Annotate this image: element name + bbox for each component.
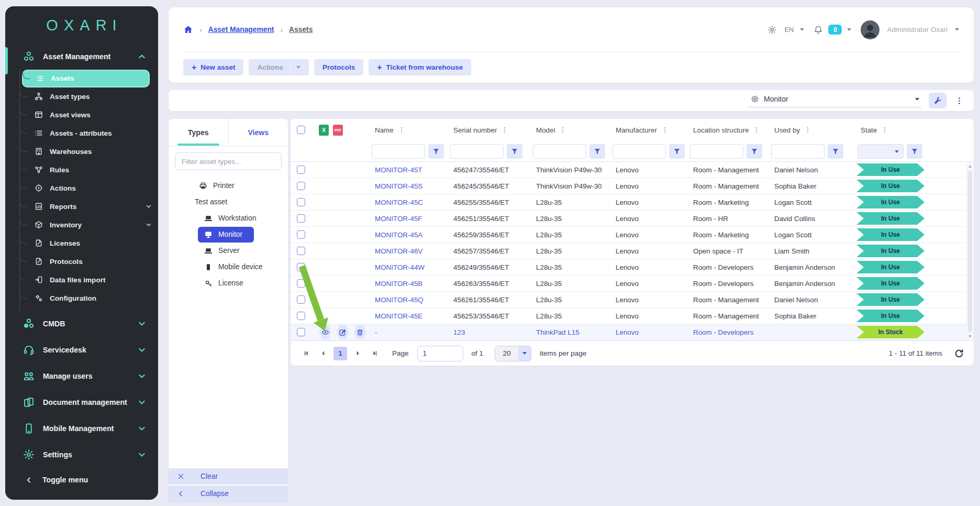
tree-item-workstation[interactable]: Workstation xyxy=(169,210,288,226)
delete-button[interactable] xyxy=(354,325,366,339)
sidebar-item-data-files-import[interactable]: Data files import xyxy=(20,271,153,289)
sidebar-item-configuration[interactable]: Configuration xyxy=(20,289,153,307)
sidebar-item-rules[interactable]: Rules xyxy=(20,161,153,179)
table-row[interactable]: MONITOR-45S456245/35546/ETThinkVision P4… xyxy=(291,178,974,194)
asset-type-select[interactable]: Monitor xyxy=(749,94,921,107)
table-row[interactable]: -123ThinkPad L15LenovoRoom - DevelopersI… xyxy=(291,324,974,340)
table-row[interactable]: MONITOR-45E456253/35546/ETL28u-35LenovoR… xyxy=(291,308,974,324)
vertical-scrollbar[interactable] xyxy=(966,162,973,340)
asset-name-link[interactable]: MONITOR-45E xyxy=(375,312,422,320)
sidebar-item-asset-types[interactable]: Asset types xyxy=(20,87,153,106)
tree-item-server[interactable]: Server xyxy=(169,243,288,259)
filter-funnel-button[interactable] xyxy=(669,144,685,159)
asset-name-link[interactable]: MONITOR-45Q xyxy=(375,296,424,304)
sidebar-item-reports[interactable]: Reports xyxy=(20,197,153,216)
asset-name-link[interactable]: MONITOR-44W xyxy=(375,263,425,271)
actions-button[interactable]: Actions xyxy=(249,59,309,75)
row-checkbox[interactable] xyxy=(297,328,305,336)
row-checkbox[interactable] xyxy=(297,295,305,304)
new-asset-button[interactable]: +New asset xyxy=(183,59,243,75)
sidebar-item-warehouses[interactable]: Warehouses xyxy=(20,142,153,161)
prev-page-button[interactable] xyxy=(317,347,329,360)
asset-name-link[interactable]: MONITOR-45B xyxy=(375,280,422,288)
row-checkbox[interactable] xyxy=(297,247,305,255)
avatar[interactable] xyxy=(861,20,879,39)
asset-name-link[interactable]: MONITOR-45A xyxy=(375,231,422,239)
sidebar-group-servicedesk[interactable]: Servicedesk xyxy=(5,337,158,363)
home-icon[interactable] xyxy=(183,25,193,35)
gear-icon[interactable] xyxy=(767,25,777,35)
filter-funnel-button[interactable] xyxy=(589,144,605,159)
next-page-button[interactable] xyxy=(351,347,364,360)
chevron-down-icon[interactable] xyxy=(847,28,851,31)
row-checkbox[interactable] xyxy=(297,279,305,288)
pdf-export-icon[interactable]: PDF xyxy=(333,125,343,136)
clear-button[interactable]: Clear xyxy=(169,467,288,485)
table-row[interactable]: MONITOR-44W456249/35546/ETL28u-35LenovoR… xyxy=(291,259,974,276)
row-checkbox[interactable] xyxy=(297,166,305,174)
filter-input-model[interactable] xyxy=(533,144,586,159)
current-page-button[interactable]: 1 xyxy=(333,347,347,360)
sidebar-item-actions[interactable]: Actions xyxy=(20,179,153,197)
language-selector[interactable]: EN xyxy=(784,26,794,34)
select-all-checkbox[interactable] xyxy=(297,126,305,134)
sidebar-item-protocols[interactable]: Protocols xyxy=(20,252,153,271)
filter-funnel-button[interactable] xyxy=(907,144,922,159)
sidebar-group-settings[interactable]: Settings xyxy=(5,442,158,468)
scroll-down-arrow[interactable] xyxy=(968,335,972,338)
view-button[interactable] xyxy=(319,325,331,339)
tree-item-mobile-device[interactable]: Mobile device xyxy=(169,259,288,275)
last-page-button[interactable] xyxy=(368,347,381,360)
table-row[interactable]: MONITOR-45C456255/35546/ETL28u-35LenovoR… xyxy=(291,194,974,211)
filter-input-location-structure[interactable] xyxy=(690,144,743,159)
toggle-menu-button[interactable]: Toggle menu xyxy=(5,468,158,500)
asset-name-link[interactable]: MONITOR-45S xyxy=(375,182,422,190)
filter-funnel-button[interactable] xyxy=(747,144,762,159)
sidebar-item-inventory[interactable]: Inventory xyxy=(20,216,153,234)
excel-export-icon[interactable]: X xyxy=(319,125,329,136)
more-options-button[interactable] xyxy=(954,96,964,105)
tab-views[interactable]: Views xyxy=(229,119,288,146)
row-checkbox[interactable] xyxy=(297,198,305,206)
collapse-button[interactable]: Collapse xyxy=(169,485,288,502)
items-per-page-select[interactable]: 20 xyxy=(495,346,531,361)
filter-input-manufacturer[interactable] xyxy=(612,144,666,159)
filter-funnel-button[interactable] xyxy=(828,144,843,159)
asset-name-link[interactable]: MONITOR-45T xyxy=(375,166,422,174)
sidebar-item-licenses[interactable]: Licenses xyxy=(20,234,153,252)
asset-name-link[interactable]: MONITOR-45F xyxy=(375,215,422,223)
filter-funnel-button[interactable] xyxy=(507,144,522,159)
chevron-down-icon[interactable] xyxy=(800,28,804,31)
table-row[interactable]: MONITOR-46V456257/35546/ETL28u-35LenovoO… xyxy=(291,243,974,259)
row-checkbox[interactable] xyxy=(297,263,305,271)
protocols-button[interactable]: Protocols xyxy=(314,59,363,75)
scrollbar-thumb[interactable] xyxy=(968,171,972,332)
asset-name-link[interactable]: MONITOR-45C xyxy=(375,199,423,206)
page-number-input[interactable] xyxy=(417,346,463,361)
sidebar-item-asset-views[interactable]: Asset views xyxy=(20,106,153,124)
notification-badge[interactable]: 0 xyxy=(828,25,842,35)
table-row[interactable]: MONITOR-45T456247/35546/ETThinkVision P4… xyxy=(291,162,974,178)
sidebar-group-manage-users[interactable]: Manage users xyxy=(5,363,158,389)
refresh-icon[interactable] xyxy=(954,348,964,359)
tree-item-test-asset[interactable]: Test asset xyxy=(169,194,288,210)
state-filter-dropdown[interactable] xyxy=(858,144,904,159)
sidebar-group-cmdb[interactable]: CMDB xyxy=(5,311,158,337)
sidebar-item-assets-attributes[interactable]: Assets - attributes xyxy=(20,124,153,142)
breadcrumb-asset-management[interactable]: Asset Management xyxy=(208,26,274,34)
bell-icon[interactable] xyxy=(814,25,823,35)
table-row[interactable]: MONITOR-45F456251/35546/ETL28u-35LenovoR… xyxy=(291,211,974,227)
tree-item-monitor[interactable]: Monitor xyxy=(169,226,288,243)
row-checkbox[interactable] xyxy=(297,182,305,190)
tree-item-printer[interactable]: Printer xyxy=(169,178,288,194)
filter-funnel-button[interactable] xyxy=(428,144,444,159)
breadcrumb-assets[interactable]: Assets xyxy=(289,26,313,34)
scroll-up-arrow[interactable] xyxy=(968,165,972,168)
asset-name-link[interactable]: - xyxy=(375,328,377,336)
edit-button[interactable] xyxy=(336,325,349,339)
first-page-button[interactable] xyxy=(300,347,313,360)
chevron-down-icon[interactable] xyxy=(955,28,959,31)
asset-name-link[interactable]: MONITOR-46V xyxy=(375,247,422,255)
sidebar-item-assets[interactable]: Assets xyxy=(22,70,150,87)
filter-input-name[interactable] xyxy=(372,144,425,159)
